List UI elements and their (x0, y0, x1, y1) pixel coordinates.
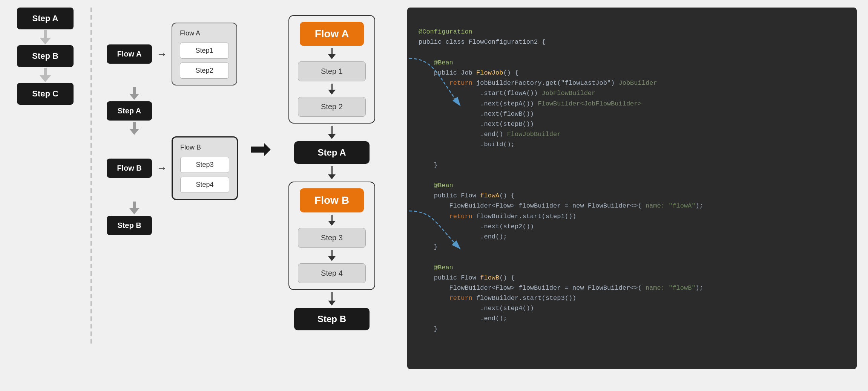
code-annotation2: @Bean (419, 59, 453, 66)
divider (90, 8, 92, 347)
arrow-down-2 (129, 122, 139, 135)
code-annotation3: @Bean (419, 182, 453, 189)
step-a-flow: Step A (107, 101, 152, 121)
step-a-large: Step A (294, 141, 370, 164)
flow-b-container-label: Flow B (180, 144, 201, 151)
code-section: @Configuration public class FlowConfigur… (407, 8, 857, 369)
code-block: @Configuration public class FlowConfigur… (419, 17, 845, 344)
section-simple-steps: Step A Step B Step C (11, 8, 79, 105)
code-line19: .end(); (419, 315, 507, 322)
arrow-2 (40, 68, 51, 82)
arrow-down-1 (129, 87, 139, 100)
code-line18: .next(step4()) (419, 305, 534, 312)
code-line8: .end() FlowJobBuilder (419, 131, 561, 138)
code-line10: public Flow flowA() { (419, 192, 515, 199)
code-line5: .next(stepA()) FlowBuilder<JobFlowBuilde… (419, 100, 642, 107)
code-line3: return jobBuilderFactory.get("flowLastJo… (419, 79, 657, 87)
section2: Flow A → Flow A Step1 Step2 Step A (107, 8, 238, 235)
code-line13: .next(step2()) (419, 223, 534, 230)
step3-gray: Step 3 (298, 228, 366, 248)
arr3 (328, 126, 336, 139)
code-line9: .build(); (419, 141, 515, 148)
code-line4: .start(flowA()) JobFlowBuilder (419, 90, 595, 97)
code-line1: public class FlowConfiguration2 { (419, 38, 546, 46)
step-b-large: Step B (294, 308, 370, 330)
code-annotation1: @Configuration (419, 28, 472, 35)
code-line11: FlowBuilder<Flow> flowBuilder = new Flow… (419, 202, 703, 209)
section-expanded: Flow A Step 1 Step 2 Step A (287, 15, 377, 330)
code-close2: } (419, 243, 438, 250)
arrow-down-3 (129, 202, 139, 214)
step2-box: Step2 (180, 63, 229, 79)
code-line16: FlowBuilder<Flow> flowBuilder = new Flow… (419, 284, 703, 292)
big-arrow: ➡ (249, 136, 271, 162)
step2-gray: Step 2 (298, 97, 366, 117)
flow-a-outer: Flow A Step 1 Step 2 (288, 15, 375, 124)
section2-col: Flow A → Flow A Step1 Step2 Step A (107, 8, 238, 235)
flow-b-row: Flow B → Flow B Step3 Step4 (107, 136, 238, 200)
arr7 (328, 292, 336, 305)
arrow-right-1: → (156, 48, 167, 60)
code-close1: } (419, 162, 438, 169)
arr2 (328, 84, 336, 95)
code-line15: public Flow flowB() { (419, 274, 515, 281)
arr4 (328, 166, 336, 179)
arr6 (328, 250, 336, 261)
step3-box: Step3 (180, 157, 229, 173)
step-a-box: Step A (17, 8, 74, 29)
step-b-box: Step B (17, 45, 74, 67)
arr1 (328, 48, 336, 59)
flow-a-container: Flow A Step1 Step2 (172, 23, 237, 86)
flow-a-title: Flow A (300, 22, 364, 46)
flow-a-label: Flow A (107, 44, 152, 64)
step1-box: Step1 (180, 43, 229, 59)
flow-b-container: Flow B Step3 Step4 (172, 136, 238, 200)
flow-b-title: Flow B (300, 188, 364, 212)
arrow-1 (40, 30, 51, 44)
step4-box: Step4 (180, 177, 229, 193)
code-close3: } (419, 325, 438, 333)
arr5 (328, 215, 336, 226)
main-wrapper: Step A Step B Step C Flow A → (0, 0, 868, 391)
flow-b-label: Flow B (107, 159, 152, 178)
step-c-box: Step C (17, 83, 74, 105)
code-annotation4: @Bean (419, 264, 453, 271)
step4-gray: Step 4 (298, 263, 366, 283)
code-line12: return flowBuilder.start(step1()) (419, 213, 576, 220)
code-line7: .next(stepB()) (419, 121, 534, 128)
step-b-flow: Step B (107, 216, 152, 235)
code-line14: .end(); (419, 233, 507, 240)
flow-b-outer: Flow B Step 3 Step 4 (288, 182, 375, 290)
content-row: Step A Step B Step C Flow A → (0, 0, 868, 391)
step1-gray: Step 1 (298, 61, 366, 81)
flow-a-row: Flow A → Flow A Step1 Step2 (107, 23, 237, 86)
code-line6: .next(flowB()) (419, 110, 534, 118)
code-line2: public Job FlowJob() { (419, 69, 518, 76)
code-line17: return flowBuilder.start(step3()) (419, 295, 576, 302)
arrow-right-2: → (156, 162, 167, 174)
flow-a-container-label: Flow A (180, 29, 200, 37)
